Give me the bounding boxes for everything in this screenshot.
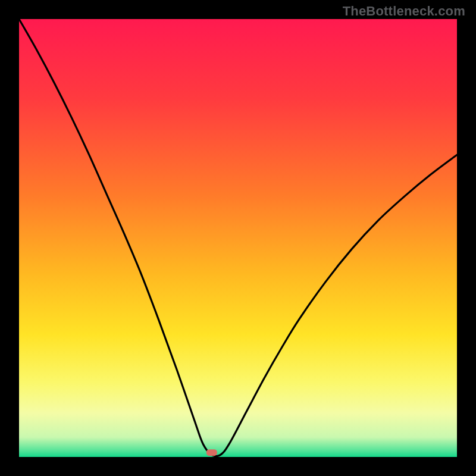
plot-background	[19, 19, 457, 457]
watermark-text: TheBottleneck.com	[343, 4, 465, 19]
optimal-marker	[206, 449, 217, 456]
bottleneck-chart	[0, 0, 476, 476]
chart-frame: { "watermark": "TheBottleneck.com", "col…	[0, 0, 476, 476]
